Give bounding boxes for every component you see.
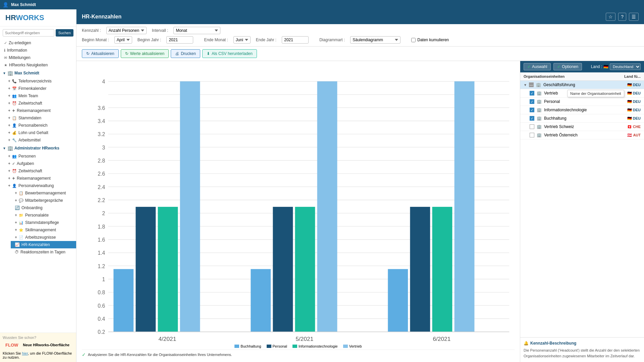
optionen-button[interactable]: ✓ Optionen — [553, 63, 582, 70]
org-name-vertrieb-oesterreich: Vertrieb Österreich — [544, 133, 626, 137]
flag-ch-schweiz: 🇨🇭 — [627, 125, 632, 129]
sidebar-item-aufgaben[interactable]: +✓Aufgaben — [5, 160, 76, 167]
check-icon-auswahl: ✓ — [527, 64, 531, 69]
sidebar-item-personalakte[interactable]: +📁Personalakte — [11, 212, 76, 219]
sidebar-item-reisemanagement-user[interactable]: +✈Reisemanagement — [5, 107, 76, 114]
page-header: HR-Kennzahlen ☆ ? ☰ — [76, 9, 644, 24]
sidebar-item-arbeitsmittel[interactable]: +🔧Arbeitsmittel — [5, 136, 76, 144]
sidebar-item-telefonverzeichnis[interactable]: +📞Telefonverzeichnis — [5, 77, 76, 85]
auswahl-button[interactable]: ✓ Auswahl — [524, 63, 551, 70]
search-button[interactable]: Suchen — [56, 29, 73, 37]
checkbox-it[interactable]: ✓ — [530, 108, 534, 112]
sidebar-item-information[interactable]: ℹ Information — [0, 47, 76, 54]
sidebar-item-mitteilungen[interactable]: ✉ Mitteilungen — [0, 54, 76, 61]
sidebar-item-reisemanagement-admin[interactable]: +✈Reisemanagement — [5, 175, 76, 182]
legend-label-buchhaltung: Buchhaltung — [240, 344, 261, 348]
sidebar-item-personalverwaltung[interactable]: +👤Personalverwaltung — [5, 182, 76, 189]
sidebar-item-lohn[interactable]: +💰Lohn und Gehalt — [5, 129, 76, 136]
help-icon[interactable]: ? — [618, 13, 626, 21]
sidebar-item-reaktionszeiten[interactable]: ⏱Reaktionszeiten in Tagen — [11, 248, 76, 256]
sidebar-item-firmenkalender[interactable]: +📅Firmenkalender — [5, 85, 76, 92]
country-flag-geschaeftsfuehrung: 🇩🇪 DEU — [627, 83, 641, 87]
country-flag-it: 🇩🇪 DEU — [627, 108, 641, 112]
org-table-header: Organisationseinheiten Land fü... — [520, 72, 644, 81]
chart-legend: Buchhaltung Personal Informationstechnol… — [82, 342, 515, 350]
admin-section-header[interactable]: ▼ 🏢 Administrator HRworks — [0, 144, 76, 153]
controls-bar: Kennzahl : Anzahl Personen Intervall : M… — [76, 24, 644, 47]
csv-button[interactable]: ⬇ Als CSV herunterladen — [202, 49, 257, 58]
org-name-geschaeftsfuehrung: Geschäftsführung — [543, 82, 626, 87]
footer-link[interactable]: hier — [22, 351, 28, 355]
intervall-select[interactable]: Monat — [173, 27, 220, 34]
favorite-icon[interactable]: ☆ — [606, 13, 615, 21]
org-row-vertrieb-schweiz[interactable]: 🏢 Vertrieb Schweiz 🇨🇭 CHE — [520, 123, 644, 131]
checkbox-vertrieb-schweiz[interactable] — [530, 124, 534, 129]
flag-de-buchhaltung: 🇩🇪 — [627, 116, 632, 121]
sidebar-item-skillmanagement[interactable]: +⭐Skillmanagement — [11, 226, 76, 234]
legend-color-personal — [267, 345, 271, 348]
svg-text:1: 1 — [102, 277, 105, 282]
sidebar-item-zu-erledigen[interactable]: ✓ Zu erledigen — [0, 39, 76, 47]
svg-text:2.8: 2.8 — [98, 158, 105, 164]
daten-kumulieren-label: Daten kumulieren — [417, 38, 449, 42]
org-name-buchhaltung: Buchhaltung — [544, 116, 626, 121]
land-dropdown[interactable]: Deutschland — [610, 63, 641, 70]
legend-label-vertrieb: Vertrieb — [349, 344, 362, 348]
sidebar-item-arbeitszeugnisse[interactable]: +📄Arbeitszeugnisse — [11, 234, 76, 241]
checkbox-personal[interactable]: ✓ — [530, 99, 534, 104]
sidebar-item-stammdaten[interactable]: +📋Stammdaten — [5, 114, 76, 122]
ende-jahr-input[interactable] — [282, 36, 309, 44]
daten-kumulieren-checkbox[interactable]: Daten kumulieren — [411, 38, 449, 42]
menu-icon[interactable]: ☰ — [629, 13, 639, 21]
org-row-vertrieb-oesterreich[interactable]: 🏢 Vertrieb Österreich 🇦🇹 AUT — [520, 131, 644, 139]
expand-icon: ▼ — [3, 71, 6, 75]
daten-kumulieren-input[interactable] — [411, 38, 416, 42]
org-row-it[interactable]: ✓ 🏢 Informationstechnologie 🇩🇪 DEU — [520, 106, 644, 114]
expand-geschaeftsfuehrung[interactable]: ▼ — [524, 83, 527, 87]
svg-text:0.8: 0.8 — [98, 290, 105, 295]
org-row-personal[interactable]: ✓ 🏢 Personal 🇩🇪 DEU — [520, 98, 644, 106]
sidebar-item-personen[interactable]: +👥Personen — [5, 153, 76, 160]
drucken-button[interactable]: 🖨 Drucken — [171, 49, 200, 58]
legend-color-it — [292, 345, 297, 348]
intervall-label: Intervall : — [152, 28, 168, 33]
kennzahl-select[interactable]: Anzahl Personen — [106, 27, 147, 34]
org-row-buchhaltung[interactable]: ✓ 🏢 Buchhaltung 🇩🇪 DEU — [520, 114, 644, 123]
kennzahl-title: 🔔 Kennzahl-Beschreibung — [524, 341, 641, 346]
user-section-header[interactable]: ▼ 🏢 Max Schmidt — [0, 69, 76, 77]
org-row-geschaeftsfuehrung[interactable]: ▼ — 🏢 Geschäftsführung 🇩🇪 DEU — [520, 81, 644, 89]
svg-rect-45 — [273, 207, 293, 332]
top-bar-title: Max Schmidt — [11, 2, 36, 7]
sidebar-item-zeitwirtschaft-admin[interactable]: +⏰Zeitwirtschaft — [5, 167, 76, 175]
checkbox-vertrieb-oesterreich[interactable] — [530, 133, 534, 137]
sidebar-item-bewerbermanagement[interactable]: +📋Bewerbermanagement — [11, 189, 76, 197]
sidebar-item-mitarbeitergespraeche[interactable]: +💬Mitarbeitergespräche — [11, 197, 76, 204]
sidebar-item-mein-team[interactable]: +👥Mein Team — [5, 92, 76, 100]
diagrammart-select[interactable]: Säulendiagramm — [350, 36, 400, 44]
search-input[interactable] — [3, 29, 54, 37]
legend-personal: Personal — [267, 344, 287, 348]
checkbox-vertrieb[interactable]: ✓ — [530, 91, 534, 96]
aktualisieren-button[interactable]: ↻ Aktualisieren — [82, 49, 119, 58]
beginn-monat-label: Beginn Monat : — [82, 38, 109, 42]
legend-buchhaltung: Buchhaltung — [234, 344, 261, 348]
country-flag-vertrieb-oesterreich: 🇦🇹 AUT — [627, 133, 641, 137]
sidebar-item-onboarding[interactable]: 🔄Onboarding — [11, 204, 76, 212]
svg-text:1.8: 1.8 — [98, 224, 105, 230]
ende-monat-select[interactable]: Juni — [233, 36, 251, 44]
refresh-icon: ↻ — [86, 51, 90, 56]
sidebar-item-hr-kennzahlen[interactable]: 📈HR-Kennzahlen — [11, 241, 76, 248]
checkbox-buchhaltung[interactable]: ✓ — [530, 116, 534, 121]
beginn-jahr-input[interactable] — [166, 36, 193, 44]
org-icon-vertrieb-oesterreich: 🏢 — [537, 133, 542, 137]
bars-group3: 6/2021 — [388, 81, 474, 342]
org-row-vertrieb[interactable]: ✓ 🏢 Vertrieb Name der Organisationseinhe… — [520, 89, 644, 98]
checkbox-geschaeftsfuehrung[interactable]: — — [529, 82, 534, 87]
sidebar-item-personalbereich[interactable]: +👤Personalbereich — [5, 122, 76, 129]
beginn-monat-select[interactable]: April — [114, 36, 132, 44]
werte-aktualisieren-button[interactable]: ↻ Werte aktualisieren — [121, 49, 169, 58]
country-flag-personal: 🇩🇪 DEU — [627, 100, 641, 104]
sidebar-item-stammdatenpflege[interactable]: +📊Stammdatenpflege — [11, 219, 76, 226]
sidebar-item-hrworks-neuigkeiten[interactable]: ★ HRworks Neuigkeiten — [0, 61, 76, 69]
sidebar-item-zeitwirtschaft-user[interactable]: +⏰Zeitwirtschaft — [5, 100, 76, 107]
